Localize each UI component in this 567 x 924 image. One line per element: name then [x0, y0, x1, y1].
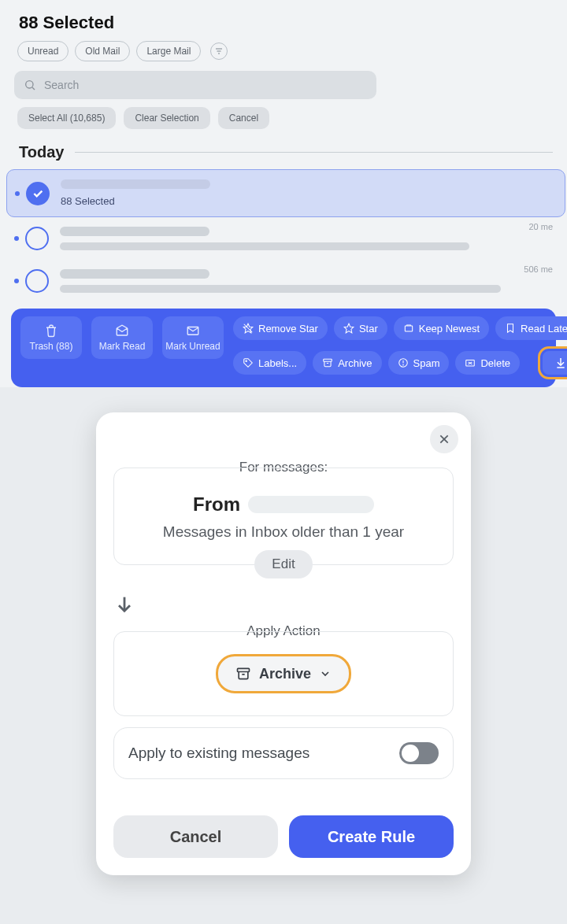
mark-read-button[interactable]: Mark Read [91, 316, 153, 359]
star-icon [343, 323, 354, 334]
alert-icon [398, 357, 409, 368]
mail-row[interactable]: 506 me [14, 260, 553, 302]
unread-dot-icon [14, 279, 19, 283]
checkbox-empty-icon[interactable] [25, 269, 49, 293]
sender-placeholder [61, 179, 210, 189]
mail-row-meta: 506 me [524, 264, 553, 274]
edit-condition-button[interactable]: Edit [254, 550, 313, 578]
section-divider [75, 152, 553, 153]
svg-point-10 [246, 360, 247, 362]
search-input[interactable]: Search [14, 71, 376, 99]
svg-rect-11 [324, 359, 332, 361]
checkbox-empty-icon[interactable] [25, 227, 49, 250]
preview-placeholder [60, 242, 469, 250]
clear-selection-button[interactable]: Clear Selection [124, 107, 209, 129]
filter-more-icon[interactable] [210, 43, 228, 60]
sender-placeholder [60, 227, 209, 236]
mail-row-body [60, 269, 545, 293]
unread-dot-icon [14, 236, 19, 241]
mark-unread-button[interactable]: Mark Unread [162, 316, 224, 359]
mail-open-icon [115, 323, 129, 338]
action-selector-label: Archive [259, 666, 311, 682]
create-rule-dialog-screen: For messages: From Messages in Inbox old… [0, 387, 567, 924]
remove-star-button[interactable]: Remove Star [233, 316, 328, 340]
filter-chip-large[interactable]: Large Mail [136, 41, 201, 61]
svg-point-3 [26, 81, 33, 88]
bulk-action-bar: Trash (88) Mark Read Mark Unread Remove … [11, 309, 556, 387]
archive-icon [235, 666, 251, 682]
delete-button[interactable]: Delete [455, 351, 520, 375]
selected-group-subtitle: 88 Selected [61, 195, 555, 207]
mail-row-selected-group[interactable]: 88 Selected [6, 169, 565, 217]
action-selector[interactable]: Archive [216, 654, 351, 693]
svg-rect-9 [405, 326, 412, 331]
svg-line-4 [32, 87, 35, 90]
arrow-down-icon [113, 593, 454, 615]
apply-existing-row: Apply to existing messages [113, 727, 454, 779]
mail-row-meta: 20 me [528, 222, 553, 231]
create-rule-button[interactable]: Create Rule [538, 346, 567, 379]
section-title-today: Today [19, 143, 64, 161]
rule-condition-card: From Messages in Inbox older than 1 year… [113, 468, 454, 565]
search-icon [24, 79, 36, 91]
trash-button[interactable]: Trash (88) [20, 316, 82, 359]
mail-row-body: 88 Selected [61, 179, 555, 207]
chevron-down-icon [319, 667, 332, 680]
from-label: From [193, 493, 240, 516]
apply-existing-toggle[interactable] [399, 742, 439, 764]
create-rule-dialog: For messages: From Messages in Inbox old… [96, 412, 471, 875]
checkbox-checked-icon[interactable] [26, 182, 50, 205]
svg-marker-8 [344, 323, 354, 333]
filter-chip-unread[interactable]: Unread [17, 41, 69, 61]
archive-icon [322, 357, 333, 368]
filter-chip-old-mail[interactable]: Old Mail [75, 41, 130, 61]
star-off-icon [243, 323, 254, 334]
mail-row[interactable]: 20 me [14, 217, 553, 260]
read-later-button[interactable]: Read Later [495, 316, 567, 340]
tag-icon [243, 357, 254, 368]
selected-count-title: 88 Selected [19, 13, 548, 33]
filter-chip-row: Unread Old Mail Large Mail [17, 41, 553, 61]
condition-older-than: Messages in Inbox older than 1 year [128, 523, 439, 541]
apply-existing-label: Apply to existing messages [128, 745, 309, 762]
trash-icon [44, 323, 58, 338]
dialog-close-button[interactable] [430, 425, 458, 453]
cancel-selection-button[interactable]: Cancel [218, 107, 269, 129]
dialog-create-button[interactable]: Create Rule [289, 815, 454, 858]
mail-row-body [60, 227, 545, 250]
bulk-select-screen: 88 Selected Unread Old Mail Large Mail S… [0, 0, 567, 387]
search-placeholder: Search [44, 79, 79, 91]
mail-icon [186, 323, 200, 338]
selection-actions-row: Select All (10,685) Clear Selection Canc… [17, 107, 553, 129]
rule-action-card: Archive [113, 631, 454, 716]
delete-mail-icon [465, 357, 476, 368]
sender-placeholder [60, 269, 209, 279]
from-value-placeholder [248, 496, 374, 513]
dialog-cancel-button[interactable]: Cancel [113, 815, 278, 858]
section-header-today: Today [19, 143, 553, 161]
dialog-footer: Cancel Create Rule [113, 815, 454, 858]
close-icon [438, 433, 450, 445]
bookmark-icon [505, 323, 516, 334]
labels-button[interactable]: Labels... [233, 351, 306, 375]
keep-newest-button[interactable]: Keep Newest [394, 316, 489, 340]
unread-dot-icon [15, 191, 20, 196]
spam-button[interactable]: Spam [388, 351, 450, 375]
svg-point-14 [402, 364, 403, 365]
svg-rect-19 [237, 668, 249, 671]
keep-newest-icon [403, 323, 414, 334]
preview-placeholder [60, 285, 501, 293]
select-all-button[interactable]: Select All (10,685) [17, 107, 116, 129]
star-button[interactable]: Star [334, 316, 387, 340]
rule-icon [554, 357, 567, 369]
archive-button[interactable]: Archive [313, 351, 381, 375]
